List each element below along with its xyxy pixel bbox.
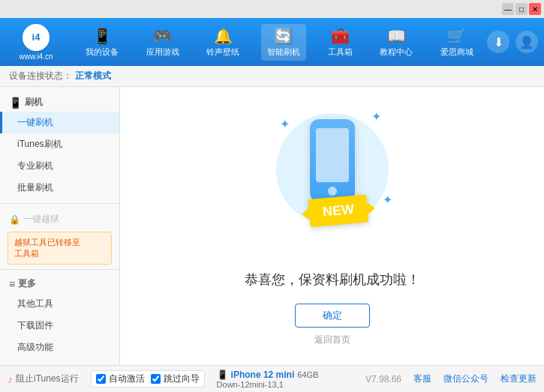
nav-apps[interactable]: 🎮 应用游戏 xyxy=(140,24,185,61)
auto-launch-checkbox[interactable]: 自动激活 xyxy=(96,373,145,385)
nav-right: ⬇ 👤 xyxy=(487,31,538,53)
logo-icon: i4 xyxy=(23,24,50,51)
apps-icon: 🎮 xyxy=(153,27,172,45)
sidebar-item-batch-label: 批量刷机 xyxy=(17,182,53,193)
sidebar-item-other-tools[interactable]: 其他工具 xyxy=(0,293,119,315)
sidebar-item-onekey[interactable]: 一键刷机 xyxy=(0,112,119,133)
tools-icon: 🧰 xyxy=(331,27,350,45)
nav-ringtone-label: 铃声壁纸 xyxy=(206,46,239,58)
sidebar-divider-2 xyxy=(0,269,119,270)
shop-icon: 🛒 xyxy=(447,27,466,45)
nav-tutorial[interactable]: 📖 教程中心 xyxy=(374,24,419,61)
use-wizard-input[interactable] xyxy=(151,374,161,384)
success-title: 恭喜您，保资料刷机成功啦！ xyxy=(245,271,420,289)
nav-items: 📱 我的设备 🎮 应用游戏 🔔 铃声壁纸 🔄 智能刷机 🧰 工具箱 📖 教程中心… xyxy=(72,24,487,61)
sidebar-section-more-label: 更多 xyxy=(18,277,36,290)
tutorial-icon: 📖 xyxy=(387,27,406,45)
nav-my-device-label: 我的设备 xyxy=(86,46,119,58)
maximize-button[interactable]: □ xyxy=(515,3,527,15)
sparkle-bottom: ✦ xyxy=(383,193,392,207)
sidebar-section-flash: 📱 刷机 xyxy=(0,93,119,112)
sidebar-item-advanced-label: 高级功能 xyxy=(17,342,53,352)
phone-screen xyxy=(316,128,349,182)
confirm-button-label: 确定 xyxy=(323,309,342,322)
itunes-status: ♪ 阻止iTunes运行 xyxy=(8,373,79,385)
device-model: Down-12mini-13,1 xyxy=(217,380,319,389)
sidebar-jailbreak-label: 一键越狱 xyxy=(23,213,59,226)
success-illustration: ✦ ✦ ✦ NEW xyxy=(265,106,400,256)
nav-ringtone[interactable]: 🔔 铃声壁纸 xyxy=(200,24,245,61)
sidebar-item-other-tools-label: 其他工具 xyxy=(17,298,53,309)
version-label: V7.98.66 xyxy=(365,374,401,385)
nav-tutorial-label: 教程中心 xyxy=(380,46,413,58)
go-home-link[interactable]: 返回首页 xyxy=(314,334,350,346)
minimize-button[interactable]: — xyxy=(502,3,514,15)
user-button[interactable]: 👤 xyxy=(515,31,538,53)
nav-apps-label: 应用游戏 xyxy=(146,46,179,58)
nav-shop[interactable]: 🛒 爱思商城 xyxy=(434,24,479,61)
device-icon: 📱 xyxy=(93,27,112,45)
sidebar-item-itunes-label: iTunes刷机 xyxy=(17,139,62,149)
status-bar: 设备连接状态： 正常模式 xyxy=(0,66,544,87)
nav-flash-label: 智能刷机 xyxy=(267,46,300,58)
itunes-label: 阻止iTunes运行 xyxy=(16,373,79,385)
itunes-icon: ♪ xyxy=(8,373,13,385)
sidebar-item-advanced[interactable]: 高级功能 xyxy=(0,337,119,358)
sidebar-section-jailbreak: 🔒 一键越狱 xyxy=(0,208,119,229)
status-value: 正常模式 xyxy=(75,70,111,82)
confirm-button[interactable]: 确定 xyxy=(295,304,370,328)
close-button[interactable]: ✕ xyxy=(529,3,541,15)
sidebar-divider-1 xyxy=(0,203,119,204)
use-wizard-label: 跳过向导 xyxy=(164,373,200,385)
sidebar-warning-text: 越狱工具已转移至工具箱 xyxy=(14,238,80,258)
flash-section-icon: 📱 xyxy=(9,97,22,109)
phone-icon xyxy=(310,119,355,202)
sidebar-section-more: ≡ 更多 xyxy=(0,274,119,293)
new-badge: NEW xyxy=(308,194,368,227)
status-label: 设备连接状态： xyxy=(9,70,72,82)
nav-shop-label: 爱思商城 xyxy=(440,46,473,58)
sparkle-left: ✦ xyxy=(280,117,290,131)
sidebar-item-itunes[interactable]: iTunes刷机 xyxy=(0,133,119,155)
title-bar: — □ ✕ xyxy=(0,0,544,18)
bottom-right: V7.98.66 客服 微信公众号 检查更新 xyxy=(365,373,536,385)
checkbox-group: 自动激活 跳过向导 xyxy=(91,370,205,388)
device-icon-small: 📱 xyxy=(217,370,228,380)
sidebar: 📱 刷机 一键刷机 iTunes刷机 专业刷机 批量刷机 🔒 一键越狱 越狱工具… xyxy=(0,87,120,365)
content-area: ✦ ✦ ✦ NEW 恭喜您，保资料刷机成功啦！ 确定 返回首页 xyxy=(120,87,544,365)
device-info: 📱 iPhone 12 mini 64GB Down-12mini-13,1 xyxy=(217,370,319,389)
sidebar-item-firmware-label: 下载固件 xyxy=(17,320,53,331)
sparkle-right: ✦ xyxy=(371,109,381,124)
sidebar-item-firmware[interactable]: 下载固件 xyxy=(0,315,119,337)
sidebar-section-flash-label: 刷机 xyxy=(25,96,43,109)
ringtone-icon: 🔔 xyxy=(214,27,233,45)
service-link[interactable]: 客服 xyxy=(413,373,431,385)
nav-tools[interactable]: 🧰 工具箱 xyxy=(322,24,359,61)
flash-icon: 🔄 xyxy=(274,27,293,45)
top-nav: i4 www.i4.cn 📱 我的设备 🎮 应用游戏 🔔 铃声壁纸 🔄 智能刷机… xyxy=(0,18,544,66)
download-button[interactable]: ⬇ xyxy=(487,31,509,53)
auto-launch-input[interactable] xyxy=(96,374,106,384)
wechat-link[interactable]: 微信公众号 xyxy=(443,373,488,385)
logo-text: www.i4.cn xyxy=(19,52,53,61)
more-section-icon: ≡ xyxy=(9,278,15,290)
bottom-bar: ♪ 阻止iTunes运行 自动激活 跳过向导 📱 iPhone 12 mini … xyxy=(0,365,544,392)
sidebar-item-batch[interactable]: 批量刷机 xyxy=(0,177,119,199)
sidebar-warning-box: 越狱工具已转移至工具箱 xyxy=(8,232,112,265)
logo-area: i4 www.i4.cn xyxy=(6,24,66,61)
device-name: iPhone 12 mini xyxy=(231,370,295,380)
sidebar-item-pro[interactable]: 专业刷机 xyxy=(0,155,119,177)
use-wizard-checkbox[interactable]: 跳过向导 xyxy=(151,373,200,385)
sidebar-item-onekey-label: 一键刷机 xyxy=(17,117,53,127)
nav-flash[interactable]: 🔄 智能刷机 xyxy=(261,24,306,61)
main-content: 📱 刷机 一键刷机 iTunes刷机 专业刷机 批量刷机 🔒 一键越狱 越狱工具… xyxy=(0,87,544,365)
update-link[interactable]: 检查更新 xyxy=(500,373,536,385)
bottom-left-section: ♪ 阻止iTunes运行 自动激活 跳过向导 📱 iPhone 12 mini … xyxy=(8,370,365,389)
device-storage: 64GB xyxy=(297,370,318,379)
sidebar-item-pro-label: 专业刷机 xyxy=(17,160,53,171)
nav-my-device[interactable]: 📱 我的设备 xyxy=(80,24,125,61)
nav-tools-label: 工具箱 xyxy=(328,46,353,58)
auto-launch-label: 自动激活 xyxy=(109,373,145,385)
phone-home-button xyxy=(328,187,337,196)
